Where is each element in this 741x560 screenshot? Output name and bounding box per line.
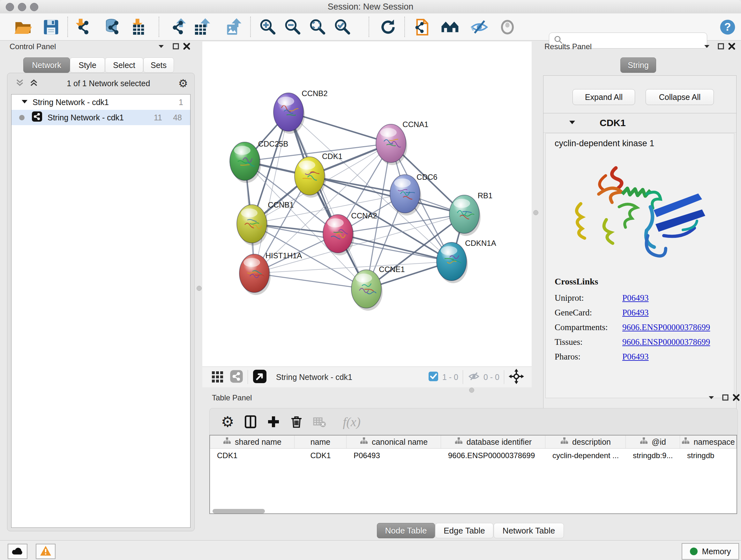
column-header-description[interactable]: description	[545, 435, 626, 448]
add-column-icon[interactable]	[263, 412, 284, 432]
network-edge[interactable]	[310, 176, 464, 214]
table-row[interactable]: CDK1CDK1P064939606.ENSP00000378699cyclin…	[210, 449, 737, 462]
collapse-all-button[interactable]: Collapse All	[646, 89, 714, 105]
column-header-namespace[interactable]: namespace	[680, 435, 737, 448]
help-button[interactable]: ?	[718, 17, 738, 37]
column-header-shared-name[interactable]: shared name	[210, 435, 294, 448]
fit-content-crosshair-icon[interactable]	[509, 369, 524, 385]
table-header-row[interactable]: shared namenamecanonical namedatabase id…	[210, 435, 737, 449]
tab-string[interactable]: String	[620, 57, 656, 73]
tab-network[interactable]: Network	[23, 57, 70, 73]
network-edge[interactable]	[254, 112, 288, 273]
cell-namespace[interactable]: stringdb	[680, 451, 737, 460]
network-node-cdc6[interactable]: CDC6	[390, 173, 437, 215]
expand-all-button[interactable]: Expand All	[572, 89, 635, 105]
network-options-gear-icon[interactable]: ⚙	[179, 77, 188, 90]
collection-expand-triangle-icon[interactable]	[21, 98, 28, 107]
open-in-window-icon[interactable]	[253, 369, 267, 385]
birds-eye-grid-icon[interactable]	[211, 370, 224, 384]
refresh-layout-button[interactable]	[378, 17, 398, 37]
delete-column-icon[interactable]	[286, 412, 307, 432]
column-header--id[interactable]: @id	[626, 435, 680, 448]
crosslink-link[interactable]: P06493	[622, 293, 649, 303]
network-node-rb1[interactable]: RB1	[449, 191, 492, 236]
zoom-out-button[interactable]	[283, 17, 303, 37]
export-table-button[interactable]	[192, 17, 212, 37]
cell--id[interactable]: stringdb:9...	[626, 451, 680, 460]
cell-name[interactable]: CDK1	[294, 451, 347, 460]
results-panel-close-icon[interactable]	[726, 42, 737, 51]
section-collapse-triangle-icon[interactable]	[568, 118, 576, 127]
left-splitter-handle[interactable]	[197, 286, 202, 291]
cdk1-section-header[interactable]: CDK1	[543, 113, 736, 133]
right-splitter-handle[interactable]	[533, 210, 538, 215]
network-edge[interactable]	[254, 273, 366, 289]
cell-database-identifier[interactable]: 9606.ENSP00000378699	[441, 451, 545, 460]
zoom-in-button[interactable]	[258, 17, 278, 37]
table-panel-menu-icon[interactable]	[706, 393, 717, 402]
crosslink-link[interactable]: 9606.ENSP00000378699	[622, 337, 710, 347]
tab-node-table[interactable]: Node Table	[377, 523, 435, 538]
memory-button[interactable]: Memory	[682, 543, 739, 560]
control-panel-float-icon[interactable]	[171, 42, 181, 51]
cdk1-details: cyclin-dependent kinase 1	[545, 133, 734, 398]
tab-select[interactable]: Select	[105, 57, 143, 73]
crosslink-link[interactable]: 9606.ENSP00000378699	[622, 322, 710, 332]
hide-selected-eye-button[interactable]	[469, 17, 489, 37]
import-network-file-button[interactable]	[73, 17, 93, 37]
selected-checkbox-icon[interactable]	[428, 371, 439, 383]
zoom-selected-button[interactable]	[333, 17, 353, 37]
tab-network-table[interactable]: Network Table	[494, 523, 564, 538]
collapse-all-networks-icon[interactable]	[29, 78, 39, 89]
cell-shared-name[interactable]: CDK1	[210, 451, 294, 460]
control-panel-close-icon[interactable]	[181, 42, 192, 51]
control-panel-menu-icon[interactable]	[156, 42, 166, 51]
network-node-ccna1[interactable]: CCNA1	[376, 120, 428, 165]
canvas-right-splitter[interactable]	[532, 42, 539, 387]
tab-style[interactable]: Style	[70, 57, 105, 73]
network-collection-row[interactable]: String Network - cdk1 1	[11, 95, 190, 110]
table-gear-icon[interactable]: ⚙	[217, 412, 238, 432]
column-header-database-identifier[interactable]: database identifier	[441, 435, 545, 448]
save-session-button[interactable]	[41, 17, 61, 37]
network-node-ccne1[interactable]: CCNE1	[351, 265, 405, 311]
results-panel-menu-icon[interactable]	[701, 42, 712, 51]
network-node-ccnb1[interactable]: CCNB1	[237, 200, 294, 246]
network-edge[interactable]	[288, 112, 366, 289]
results-panel-float-icon[interactable]	[716, 42, 726, 51]
show-all-eye-button[interactable]	[497, 17, 518, 37]
network-node-ccna2[interactable]: CCNA2	[323, 211, 377, 255]
home-houses-button[interactable]	[440, 17, 460, 37]
table-panel-close-icon[interactable]	[731, 393, 741, 402]
crosslink-link[interactable]: P06493	[622, 352, 649, 362]
warning-status-button[interactable]	[36, 544, 56, 559]
export-image-button[interactable]	[223, 17, 243, 37]
network-canvas[interactable]: CCNB2CCNA1CDC25BCDK1CDC6RB1CCNB1CCNA2CDK…	[202, 42, 532, 367]
tab-sets[interactable]: Sets	[143, 57, 174, 73]
network-node-ccnb2[interactable]: CCNB2	[273, 89, 328, 134]
export-network-button[interactable]	[167, 17, 188, 37]
cell-canonical-name[interactable]: P06493	[347, 451, 441, 460]
split-columns-icon[interactable]	[240, 412, 261, 432]
tab-edge-table[interactable]: Edge Table	[435, 523, 493, 538]
column-header-name[interactable]: name	[294, 435, 347, 448]
first-neighbors-button[interactable]	[412, 17, 433, 37]
crosslink-link[interactable]: P06493	[622, 308, 649, 318]
network-node-hist1h1a[interactable]: HIST1H1A	[239, 251, 302, 295]
column-header-canonical-name[interactable]: canonical name	[347, 435, 441, 448]
string-view-share-icon[interactable]	[230, 370, 243, 384]
cell-description[interactable]: cyclin-dependent ...	[545, 451, 626, 460]
table-horizontal-scrollbar[interactable]	[212, 509, 265, 513]
open-file-button[interactable]	[13, 17, 33, 37]
table-panel-float-icon[interactable]	[720, 393, 731, 402]
hidden-eye-slash-icon[interactable]	[468, 370, 480, 384]
results-buttons-box: Expand All Collapse All	[543, 75, 737, 114]
zoom-fit-button[interactable]	[308, 17, 328, 37]
network-row-selected[interactable]: String Network - cdk1 11 48	[11, 110, 190, 125]
horizontal-splitter-handle[interactable]	[469, 388, 474, 393]
import-table-file-button[interactable]	[130, 17, 150, 37]
cloud-status-button[interactable]	[8, 544, 27, 559]
network-node-cdkn1a[interactable]: CDKN1A	[436, 239, 496, 283]
import-network-database-button[interactable]	[103, 17, 123, 37]
expand-all-networks-icon[interactable]	[15, 78, 24, 89]
